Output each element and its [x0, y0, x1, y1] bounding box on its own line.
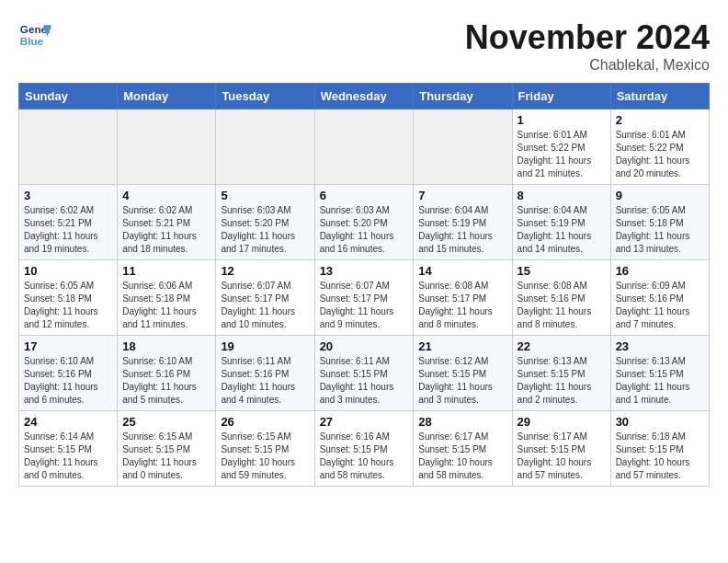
- day-detail: Sunrise: 6:17 AM Sunset: 5:15 PM Dayligh…: [418, 431, 506, 482]
- table-row: 28Sunrise: 6:17 AM Sunset: 5:15 PM Dayli…: [414, 411, 512, 487]
- calendar-week-2: 3Sunrise: 6:02 AM Sunset: 5:21 PM Daylig…: [19, 185, 710, 260]
- table-row: 27Sunrise: 6:16 AM Sunset: 5:15 PM Dayli…: [314, 411, 414, 487]
- day-detail: Sunrise: 6:18 AM Sunset: 5:15 PM Dayligh…: [616, 431, 704, 482]
- svg-text:Blue: Blue: [20, 35, 44, 47]
- table-row: 2Sunrise: 6:01 AM Sunset: 5:22 PM Daylig…: [610, 109, 709, 185]
- day-detail: Sunrise: 6:11 AM Sunset: 5:15 PM Dayligh…: [320, 355, 409, 407]
- table-row: 16Sunrise: 6:09 AM Sunset: 5:16 PM Dayli…: [610, 260, 709, 336]
- day-number: 8: [518, 189, 606, 202]
- day-detail: Sunrise: 6:07 AM Sunset: 5:17 PM Dayligh…: [221, 280, 309, 331]
- day-detail: Sunrise: 6:13 AM Sunset: 5:15 PM Dayligh…: [518, 355, 606, 407]
- day-number: 7: [418, 189, 506, 202]
- day-number: 3: [24, 189, 112, 202]
- day-detail: Sunrise: 6:11 AM Sunset: 5:16 PM Dayligh…: [221, 355, 309, 407]
- day-number: 14: [418, 264, 506, 278]
- day-detail: Sunrise: 6:01 AM Sunset: 5:22 PM Dayligh…: [518, 129, 606, 180]
- table-row: 1Sunrise: 6:01 AM Sunset: 5:22 PM Daylig…: [512, 109, 610, 185]
- table-row: 13Sunrise: 6:07 AM Sunset: 5:17 PM Dayli…: [314, 260, 414, 336]
- col-saturday: Saturday: [610, 84, 709, 109]
- table-row: 25Sunrise: 6:15 AM Sunset: 5:15 PM Dayli…: [118, 411, 216, 487]
- table-row: [314, 109, 414, 185]
- table-row: 22Sunrise: 6:13 AM Sunset: 5:15 PM Dayli…: [512, 336, 610, 411]
- day-number: 30: [616, 415, 704, 429]
- day-number: 15: [518, 264, 606, 278]
- table-row: 15Sunrise: 6:08 AM Sunset: 5:16 PM Dayli…: [512, 260, 610, 336]
- day-number: 19: [221, 339, 309, 353]
- day-detail: Sunrise: 6:03 AM Sunset: 5:20 PM Dayligh…: [320, 204, 409, 256]
- day-number: 13: [320, 264, 409, 278]
- col-monday: Monday: [118, 84, 216, 109]
- table-row: 14Sunrise: 6:08 AM Sunset: 5:17 PM Dayli…: [414, 260, 512, 336]
- day-number: 9: [616, 189, 704, 202]
- calendar-table: Sunday Monday Tuesday Wednesday Thursday…: [18, 83, 710, 487]
- calendar-week-3: 10Sunrise: 6:05 AM Sunset: 5:18 PM Dayli…: [19, 260, 710, 336]
- day-detail: Sunrise: 6:09 AM Sunset: 5:16 PM Dayligh…: [616, 280, 704, 331]
- logo-icon: General Blue: [18, 18, 51, 52]
- calendar-header-row: Sunday Monday Tuesday Wednesday Thursday…: [19, 84, 710, 109]
- col-sunday: Sunday: [19, 84, 118, 109]
- table-row: 24Sunrise: 6:14 AM Sunset: 5:15 PM Dayli…: [19, 411, 118, 487]
- calendar-week-4: 17Sunrise: 6:10 AM Sunset: 5:16 PM Dayli…: [19, 336, 710, 411]
- table-row: 4Sunrise: 6:02 AM Sunset: 5:21 PM Daylig…: [118, 185, 216, 260]
- day-number: 25: [122, 415, 210, 429]
- day-number: 5: [221, 189, 309, 202]
- logo: General Blue: [18, 18, 51, 52]
- day-detail: Sunrise: 6:17 AM Sunset: 5:15 PM Dayligh…: [518, 431, 606, 482]
- table-row: [118, 109, 216, 185]
- table-row: 6Sunrise: 6:03 AM Sunset: 5:20 PM Daylig…: [314, 185, 414, 260]
- table-row: 26Sunrise: 6:15 AM Sunset: 5:15 PM Dayli…: [216, 411, 314, 487]
- table-row: 5Sunrise: 6:03 AM Sunset: 5:20 PM Daylig…: [216, 185, 314, 260]
- day-number: 22: [518, 339, 606, 353]
- table-row: [414, 109, 512, 185]
- day-detail: Sunrise: 6:15 AM Sunset: 5:15 PM Dayligh…: [122, 431, 210, 482]
- day-detail: Sunrise: 6:03 AM Sunset: 5:20 PM Dayligh…: [221, 204, 309, 256]
- day-number: 10: [24, 264, 112, 278]
- col-tuesday: Tuesday: [216, 84, 314, 109]
- day-detail: Sunrise: 6:05 AM Sunset: 5:18 PM Dayligh…: [24, 280, 112, 331]
- day-number: 12: [221, 264, 309, 278]
- title-block: November 2024 Chablekal, Mexico: [465, 18, 710, 74]
- day-number: 28: [418, 415, 506, 429]
- day-number: 26: [221, 415, 309, 429]
- location: Chablekal, Mexico: [465, 57, 710, 74]
- table-row: 12Sunrise: 6:07 AM Sunset: 5:17 PM Dayli…: [216, 260, 314, 336]
- calendar-week-5: 24Sunrise: 6:14 AM Sunset: 5:15 PM Dayli…: [19, 411, 710, 487]
- day-detail: Sunrise: 6:04 AM Sunset: 5:19 PM Dayligh…: [518, 204, 606, 256]
- day-number: 2: [616, 113, 704, 127]
- table-row: 19Sunrise: 6:11 AM Sunset: 5:16 PM Dayli…: [216, 336, 314, 411]
- table-row: [19, 109, 118, 185]
- table-row: 10Sunrise: 6:05 AM Sunset: 5:18 PM Dayli…: [19, 260, 118, 336]
- table-row: 7Sunrise: 6:04 AM Sunset: 5:19 PM Daylig…: [414, 185, 512, 260]
- page-header: General Blue November 2024 Chablekal, Me…: [18, 18, 710, 74]
- day-number: 20: [320, 339, 409, 353]
- table-row: 9Sunrise: 6:05 AM Sunset: 5:18 PM Daylig…: [610, 185, 709, 260]
- day-detail: Sunrise: 6:02 AM Sunset: 5:21 PM Dayligh…: [24, 204, 112, 256]
- table-row: 18Sunrise: 6:10 AM Sunset: 5:16 PM Dayli…: [118, 336, 216, 411]
- table-row: 20Sunrise: 6:11 AM Sunset: 5:15 PM Dayli…: [314, 336, 414, 411]
- table-row: 17Sunrise: 6:10 AM Sunset: 5:16 PM Dayli…: [19, 336, 118, 411]
- day-detail: Sunrise: 6:08 AM Sunset: 5:16 PM Dayligh…: [518, 280, 606, 331]
- day-detail: Sunrise: 6:10 AM Sunset: 5:16 PM Dayligh…: [122, 355, 210, 407]
- col-friday: Friday: [512, 84, 610, 109]
- day-detail: Sunrise: 6:06 AM Sunset: 5:18 PM Dayligh…: [122, 280, 210, 331]
- day-number: 17: [24, 339, 112, 353]
- day-number: 21: [418, 339, 506, 353]
- day-number: 23: [616, 339, 704, 353]
- day-detail: Sunrise: 6:10 AM Sunset: 5:16 PM Dayligh…: [24, 355, 112, 407]
- day-detail: Sunrise: 6:02 AM Sunset: 5:21 PM Dayligh…: [122, 204, 210, 256]
- day-detail: Sunrise: 6:13 AM Sunset: 5:15 PM Dayligh…: [616, 355, 704, 407]
- table-row: 21Sunrise: 6:12 AM Sunset: 5:15 PM Dayli…: [414, 336, 512, 411]
- table-row: 23Sunrise: 6:13 AM Sunset: 5:15 PM Dayli…: [610, 336, 709, 411]
- day-number: 4: [122, 189, 210, 202]
- day-number: 11: [122, 264, 210, 278]
- day-detail: Sunrise: 6:14 AM Sunset: 5:15 PM Dayligh…: [24, 431, 112, 482]
- day-detail: Sunrise: 6:05 AM Sunset: 5:18 PM Dayligh…: [616, 204, 704, 256]
- day-detail: Sunrise: 6:07 AM Sunset: 5:17 PM Dayligh…: [320, 280, 409, 331]
- month-title: November 2024: [465, 18, 710, 57]
- day-detail: Sunrise: 6:08 AM Sunset: 5:17 PM Dayligh…: [418, 280, 506, 331]
- day-detail: Sunrise: 6:12 AM Sunset: 5:15 PM Dayligh…: [418, 355, 506, 407]
- day-detail: Sunrise: 6:04 AM Sunset: 5:19 PM Dayligh…: [418, 204, 506, 256]
- table-row: 8Sunrise: 6:04 AM Sunset: 5:19 PM Daylig…: [512, 185, 610, 260]
- table-row: 29Sunrise: 6:17 AM Sunset: 5:15 PM Dayli…: [512, 411, 610, 487]
- calendar-week-1: 1Sunrise: 6:01 AM Sunset: 5:22 PM Daylig…: [19, 109, 710, 185]
